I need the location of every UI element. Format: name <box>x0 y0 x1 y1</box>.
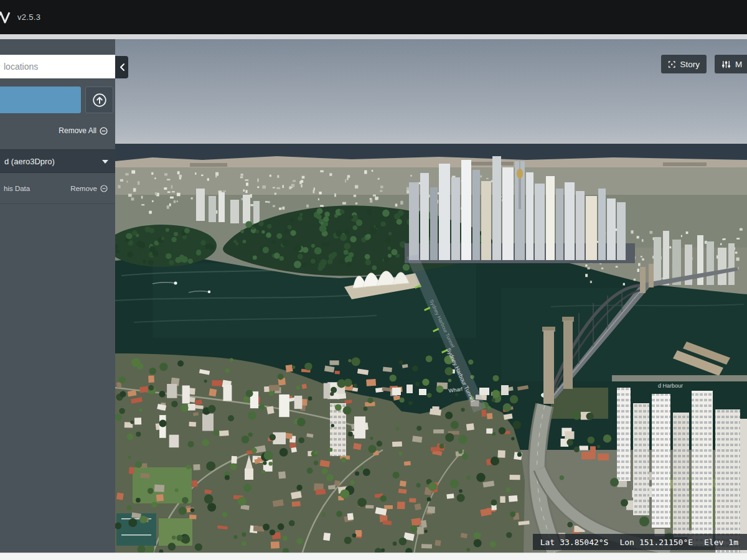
dataset-title: d (aero3Dpro) <box>4 157 55 166</box>
lon-label: Lon <box>619 538 634 547</box>
remove-all-label: Remove All <box>59 126 96 135</box>
map-label-harbour: d Harbour <box>658 383 683 389</box>
app-version: v2.5.3 <box>17 12 40 22</box>
topbar-divider <box>0 34 747 39</box>
about-data-link[interactable]: his Data <box>4 185 30 192</box>
dataset-actions-row: his Data Remove <box>0 174 115 204</box>
sky <box>115 39 747 172</box>
chevron-left-icon <box>119 63 125 72</box>
story-button[interactable]: Story <box>661 55 707 73</box>
elev-label: Elev <box>704 538 723 547</box>
dataset-dropdown[interactable]: d (aero3Dpro) <box>0 149 115 173</box>
map-settings-label: M <box>735 60 742 69</box>
upload-icon <box>92 93 107 108</box>
minus-circle-icon <box>100 185 108 192</box>
sliders-icon <box>721 60 731 69</box>
search-input[interactable] <box>0 55 116 78</box>
coordinates-readout: Lat 33.85042°S Lon 151.21150°E Elev 1m <box>533 534 747 550</box>
sidebar: Remove All d (aero3Dpro) his Data Remove <box>0 39 115 553</box>
lon-value: 151.21150°E <box>639 538 693 547</box>
collapse-panel-button[interactable] <box>115 56 128 78</box>
story-icon <box>668 60 675 69</box>
story-label: Story <box>680 60 700 69</box>
upload-button[interactable] <box>85 86 113 113</box>
chevron-down-icon <box>102 160 108 164</box>
minus-circle-icon <box>100 127 108 135</box>
map-viewport[interactable]: Sydney Harbour Tunnel Sydney Harbour Tun… <box>115 39 747 553</box>
elev-value: 1m <box>728 538 738 547</box>
app-logo <box>0 11 12 24</box>
remove-dataset-label: Remove <box>70 185 97 192</box>
lat-value: 33.85042°S <box>560 538 608 547</box>
add-data-button[interactable] <box>0 86 81 113</box>
lat-label: Lat <box>540 538 555 547</box>
3d-globe-scene[interactable]: Sydney Harbour Tunnel Sydney Harbour Tun… <box>115 39 747 553</box>
map-settings-button[interactable]: M <box>715 55 747 73</box>
bottom-strip <box>0 553 747 560</box>
remove-dataset-button[interactable]: Remove <box>70 185 108 192</box>
tennis-courts <box>116 513 156 546</box>
remove-all-button[interactable]: Remove All <box>59 126 108 135</box>
top-bar: v2.5.3 <box>0 0 747 34</box>
